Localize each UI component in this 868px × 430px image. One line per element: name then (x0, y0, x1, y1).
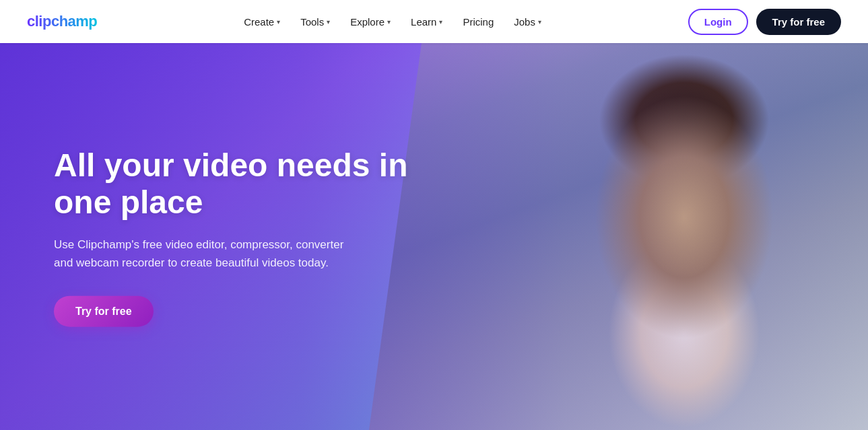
learn-chevron-icon: ▾ (439, 18, 442, 26)
nav-item-tools[interactable]: Tools ▾ (292, 11, 338, 33)
tools-chevron-icon: ▾ (327, 18, 330, 26)
nav-tools-label: Tools (300, 16, 324, 28)
header: clipchamp Create ▾ Tools ▾ Explore ▾ Lea… (0, 0, 868, 43)
header-actions: Login Try for free (688, 9, 841, 35)
create-chevron-icon: ▾ (277, 18, 280, 26)
nav-create-label: Create (244, 16, 274, 28)
nav-explore-label: Explore (350, 16, 385, 28)
explore-chevron-icon: ▾ (387, 18, 391, 26)
nav-item-jobs[interactable]: Jobs ▾ (506, 11, 549, 33)
nav-item-learn[interactable]: Learn ▾ (403, 11, 450, 33)
logo-text: clipchamp (27, 13, 97, 30)
nav-pricing-label: Pricing (463, 16, 494, 28)
try-for-free-header-button[interactable]: Try for free (756, 9, 841, 35)
main-nav: Create ▾ Tools ▾ Explore ▾ Learn ▾ Prici… (236, 11, 549, 33)
nav-item-pricing[interactable]: Pricing (455, 11, 502, 33)
hero-subtitle: Use Clipchamp's free video editor, compr… (54, 236, 350, 272)
hero-cta-button[interactable]: Try for free (54, 296, 154, 327)
nav-learn-label: Learn (411, 16, 436, 28)
hero-content: All your video needs in one place Use Cl… (54, 146, 431, 327)
nav-jobs-label: Jobs (514, 16, 535, 28)
nav-item-explore[interactable]: Explore ▾ (342, 11, 399, 33)
hero-title: All your video needs in one place (54, 146, 431, 220)
nav-item-create[interactable]: Create ▾ (236, 11, 288, 33)
logo[interactable]: clipchamp (27, 13, 97, 30)
login-button[interactable]: Login (688, 9, 748, 35)
hero-section: All your video needs in one place Use Cl… (0, 43, 868, 430)
jobs-chevron-icon: ▾ (538, 18, 541, 26)
